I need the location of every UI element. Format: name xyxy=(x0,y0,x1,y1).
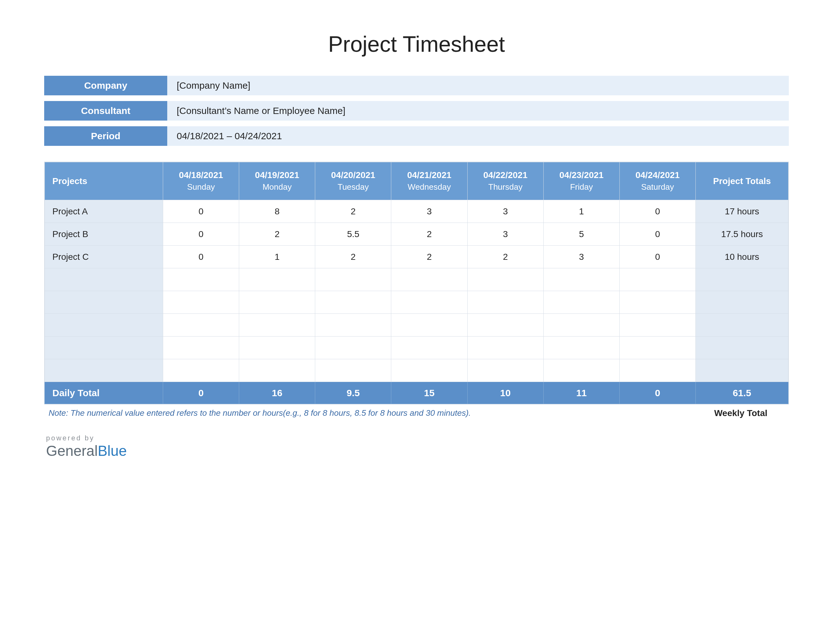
header-date: 04/18/2021 xyxy=(167,170,235,180)
project-name-cell[interactable]: Project C xyxy=(45,246,163,268)
hours-cell[interactable] xyxy=(619,359,695,382)
hours-cell[interactable] xyxy=(163,314,239,336)
header-date: 04/23/2021 xyxy=(548,170,615,180)
note-text: Note: The numerical value entered refers… xyxy=(48,408,471,418)
table-header-row: Projects 04/18/2021Sunday 04/19/2021Mond… xyxy=(45,162,788,200)
header-dow: Monday xyxy=(244,182,310,192)
hours-cell[interactable]: 5 xyxy=(544,223,619,246)
project-name-cell[interactable]: Project B xyxy=(45,223,163,246)
project-name-cell[interactable] xyxy=(45,268,163,291)
table-row xyxy=(45,268,788,291)
hours-cell[interactable]: 0 xyxy=(619,246,695,268)
hours-cell[interactable] xyxy=(391,268,467,291)
header-projects: Projects xyxy=(45,162,163,200)
hours-cell[interactable] xyxy=(315,268,391,291)
hours-cell[interactable] xyxy=(619,314,695,336)
hours-cell[interactable]: 2 xyxy=(315,246,391,268)
hours-cell[interactable] xyxy=(467,291,544,314)
daily-total-label: Daily Total xyxy=(45,382,163,404)
hours-cell[interactable]: 0 xyxy=(163,200,239,223)
hours-cell[interactable]: 8 xyxy=(239,200,315,223)
hours-cell[interactable]: 5.5 xyxy=(315,223,391,246)
timesheet-table-wrap: Projects 04/18/2021Sunday 04/19/2021Mond… xyxy=(44,162,789,404)
hours-cell[interactable] xyxy=(544,336,619,359)
hours-cell[interactable] xyxy=(544,291,619,314)
hours-cell[interactable] xyxy=(163,291,239,314)
header-project-totals: Project Totals xyxy=(696,162,788,200)
project-name-cell[interactable] xyxy=(45,336,163,359)
table-row: Project C012223010 hours xyxy=(45,246,788,268)
hours-cell[interactable] xyxy=(315,336,391,359)
hours-cell[interactable] xyxy=(619,291,695,314)
hours-cell[interactable] xyxy=(315,314,391,336)
hours-cell[interactable] xyxy=(467,314,544,336)
hours-cell[interactable] xyxy=(467,268,544,291)
hours-cell[interactable] xyxy=(315,291,391,314)
hours-cell[interactable]: 1 xyxy=(544,200,619,223)
project-name-cell[interactable] xyxy=(45,314,163,336)
project-total-cell xyxy=(696,268,788,291)
header-day-3: 04/21/2021Wednesday xyxy=(391,162,467,200)
hours-cell[interactable]: 3 xyxy=(391,200,467,223)
hours-cell[interactable]: 2 xyxy=(391,223,467,246)
hours-cell[interactable] xyxy=(391,314,467,336)
header-day-0: 04/18/2021Sunday xyxy=(163,162,239,200)
company-value[interactable]: [Company Name] xyxy=(167,76,789,95)
hours-cell[interactable] xyxy=(391,291,467,314)
hours-cell[interactable] xyxy=(239,291,315,314)
table-row xyxy=(45,359,788,382)
hours-cell[interactable] xyxy=(239,336,315,359)
hours-cell[interactable] xyxy=(163,336,239,359)
powered-by-text: powered by xyxy=(46,434,789,442)
page-title: Project Timesheet xyxy=(44,32,789,57)
hours-cell[interactable]: 1 xyxy=(239,246,315,268)
header-day-5: 04/23/2021Friday xyxy=(544,162,619,200)
hours-cell[interactable]: 0 xyxy=(163,246,239,268)
hours-cell[interactable] xyxy=(239,359,315,382)
period-value[interactable]: 04/18/2021 – 04/24/2021 xyxy=(167,126,789,146)
note-row: Note: The numerical value entered refers… xyxy=(44,408,789,418)
hours-cell[interactable] xyxy=(315,359,391,382)
hours-cell[interactable] xyxy=(619,336,695,359)
hours-cell[interactable] xyxy=(544,359,619,382)
hours-cell[interactable]: 2 xyxy=(239,223,315,246)
table-row xyxy=(45,314,788,336)
hours-cell[interactable]: 3 xyxy=(467,223,544,246)
project-name-cell[interactable] xyxy=(45,291,163,314)
hours-cell[interactable] xyxy=(619,268,695,291)
hours-cell[interactable]: 3 xyxy=(544,246,619,268)
hours-cell[interactable] xyxy=(163,359,239,382)
consultant-value[interactable]: [Consultant’s Name or Employee Name] xyxy=(167,101,789,121)
hours-cell[interactable] xyxy=(544,314,619,336)
daily-total-row: Daily Total 0 16 9.5 15 10 11 0 61.5 xyxy=(45,382,788,404)
table-row xyxy=(45,291,788,314)
hours-cell[interactable] xyxy=(467,336,544,359)
hours-cell[interactable] xyxy=(544,268,619,291)
hours-cell[interactable] xyxy=(391,336,467,359)
hours-cell[interactable] xyxy=(239,314,315,336)
header-date: 04/22/2021 xyxy=(472,170,539,180)
project-name-cell[interactable] xyxy=(45,359,163,382)
hours-cell[interactable] xyxy=(239,268,315,291)
project-total-cell: 17.5 hours xyxy=(696,223,788,246)
hours-cell[interactable]: 2 xyxy=(391,246,467,268)
hours-cell[interactable]: 2 xyxy=(315,200,391,223)
hours-cell[interactable]: 0 xyxy=(163,223,239,246)
hours-cell[interactable]: 2 xyxy=(467,246,544,268)
project-total-cell: 10 hours xyxy=(696,246,788,268)
hours-cell[interactable]: 3 xyxy=(467,200,544,223)
hours-cell[interactable] xyxy=(391,359,467,382)
brand-name-a: General xyxy=(46,443,98,459)
header-date: 04/20/2021 xyxy=(320,170,386,180)
info-row-period: Period 04/18/2021 – 04/24/2021 xyxy=(44,126,789,146)
hours-cell[interactable]: 0 xyxy=(619,223,695,246)
brand-name-b: Blue xyxy=(98,443,127,459)
hours-cell[interactable] xyxy=(467,359,544,382)
project-name-cell[interactable]: Project A xyxy=(45,200,163,223)
brand-name: GeneralBlue xyxy=(46,442,789,459)
hours-cell[interactable] xyxy=(163,268,239,291)
info-row-company: Company [Company Name] xyxy=(44,76,789,95)
header-day-1: 04/19/2021Monday xyxy=(239,162,315,200)
hours-cell[interactable]: 0 xyxy=(619,200,695,223)
header-dow: Friday xyxy=(548,182,615,192)
